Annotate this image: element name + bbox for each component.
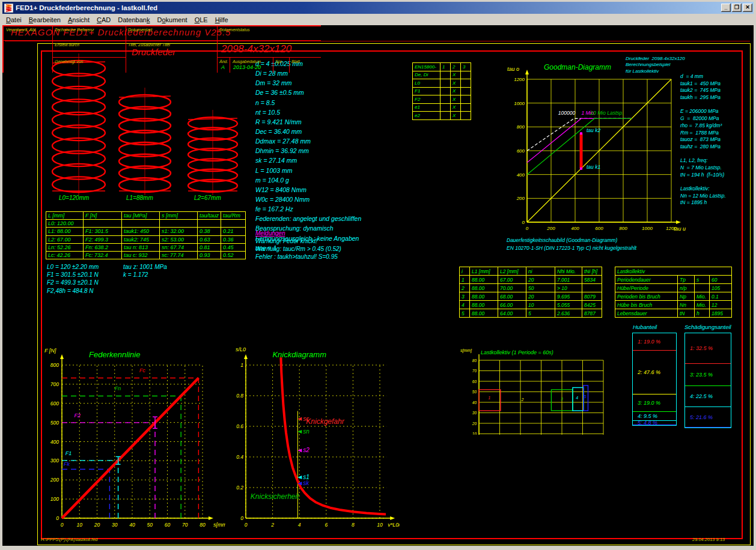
text-line: Di = 28 mm bbox=[255, 68, 361, 78]
svg-text:100: 100 bbox=[50, 496, 59, 502]
menu-item-datenbank[interactable]: Datenbank bbox=[114, 15, 153, 25]
text-line: d = 4 ±0.025 mm bbox=[255, 59, 361, 68]
svg-text:0: 0 bbox=[56, 515, 59, 521]
menu-item-dokument[interactable]: Dokument bbox=[153, 15, 191, 25]
svg-text:400: 400 bbox=[50, 439, 59, 445]
menu-item-cad[interactable]: CAD bbox=[93, 15, 114, 25]
svg-text:4: 4 bbox=[576, 396, 578, 400]
text-line: nt = 10.5 bbox=[255, 107, 361, 117]
table-cell: L1: 88.00 bbox=[46, 228, 84, 235]
text-line: Fehler : taukh>tauhzul! S=0.95 bbox=[255, 253, 341, 261]
tbl-label-verantwortl: Verantwortl. Abt. bbox=[6, 28, 37, 32]
svg-text:10: 10 bbox=[472, 432, 477, 435]
table-row: e2X bbox=[413, 112, 471, 120]
menu-item-bearbeiten[interactable]: Bearbeiten bbox=[25, 15, 64, 25]
en15800-table: EN15800-123De, DiXL0XF1XF2Xe1Xe2X bbox=[412, 62, 471, 120]
table-cell: 88.00 bbox=[470, 309, 498, 318]
table-cell bbox=[84, 220, 122, 228]
table-row: Hübe/Perioden/p105 bbox=[615, 284, 732, 292]
revision-value: A bbox=[221, 64, 225, 70]
svg-text:v*L0/D: v*L0/D bbox=[388, 522, 400, 528]
tbl-label-aend: Änd. bbox=[219, 59, 228, 64]
table-cell: 0.36 bbox=[221, 235, 246, 243]
svg-text:400: 400 bbox=[517, 172, 525, 178]
svg-text:Goodman-Diagramm: Goodman-Diagramm bbox=[544, 63, 611, 71]
svg-text:3: 3 bbox=[561, 397, 563, 401]
maximize-button[interactable]: ❐ bbox=[732, 4, 742, 12]
svg-text:60: 60 bbox=[165, 522, 171, 528]
percent-label: 4: 9.5 % bbox=[638, 413, 657, 419]
text-line: EN 10270-1-SH (DIN 17223-1 Typ C) nicht … bbox=[507, 244, 636, 252]
minimize-button[interactable]: _ bbox=[721, 4, 731, 12]
table-cell: 1 bbox=[460, 276, 470, 284]
table-cell bbox=[122, 220, 160, 228]
svg-text:70: 70 bbox=[472, 369, 477, 373]
menu-item-datei[interactable]: Datei bbox=[2, 15, 25, 25]
buckling-diagram-chart: 024681000.20.40.60.81s/L0v*L0/DKnickdiag… bbox=[234, 344, 400, 542]
table-cell: tau [MPa] bbox=[122, 212, 160, 220]
svg-text:s1: s1 bbox=[303, 474, 309, 480]
table-row: L [mm]F [N]tau [MPa]s [mm]tau/tauztau/Rm bbox=[46, 212, 246, 220]
table-cell: tau/tauz bbox=[198, 212, 221, 220]
table-cell: 12 bbox=[710, 301, 732, 309]
table-cell: 20 bbox=[526, 292, 555, 301]
table-cell: tau c: 932 bbox=[122, 251, 160, 259]
svg-text:1000: 1000 bbox=[642, 226, 653, 231]
table-cell bbox=[461, 112, 471, 120]
table-cell: F [N] bbox=[84, 212, 122, 220]
table-cell: 88.00 bbox=[470, 301, 498, 309]
table-row: L0: 120.00 bbox=[46, 220, 246, 228]
table-cell: 67.00 bbox=[498, 276, 526, 284]
menu-item-ansicht[interactable]: Ansicht bbox=[64, 15, 93, 25]
spring-characteristic-chart: 0102030405060708001002003004005006007008… bbox=[42, 344, 225, 542]
svg-text:200: 200 bbox=[546, 226, 555, 231]
table-cell: 5 bbox=[460, 309, 470, 318]
table-cell: tauk2: 745 bbox=[122, 235, 160, 243]
table-cell: F1: 301.5 bbox=[84, 228, 122, 235]
messages-title: Meldungen bbox=[255, 230, 285, 237]
svg-text:8: 8 bbox=[352, 522, 355, 528]
table-cell bbox=[198, 220, 221, 228]
svg-text:Federkennlinie: Federkennlinie bbox=[89, 350, 140, 359]
table-row: De, DiX bbox=[413, 71, 471, 79]
table-cell: 88.00 bbox=[470, 284, 498, 292]
table-cell: s2: 53.00 bbox=[160, 235, 198, 243]
table-cell: Tp bbox=[678, 276, 695, 284]
svg-text:1: 1 bbox=[240, 362, 243, 368]
header-divider bbox=[5, 41, 750, 41]
table-cell: 0.52 bbox=[221, 251, 246, 259]
text-line: fe = 167.2 Hz bbox=[255, 204, 361, 214]
table-cell: > 10 bbox=[555, 284, 582, 292]
svg-text:0: 0 bbox=[61, 522, 64, 528]
title-bar[interactable]: FED1+ Druckfederberechnung - lastkoll.fe… bbox=[2, 2, 754, 14]
percent-segment: 1: 19.0 % bbox=[633, 333, 676, 351]
svg-text:2: 2 bbox=[520, 397, 523, 402]
menu-item-hilfe[interactable]: Hilfe bbox=[212, 15, 232, 25]
svg-text:600: 600 bbox=[50, 400, 59, 406]
svg-text:30: 30 bbox=[472, 411, 477, 415]
table-cell bbox=[582, 284, 602, 292]
table-cell bbox=[461, 71, 471, 79]
svg-text:400: 400 bbox=[571, 226, 579, 231]
text-line: Dec = 36.40 mm bbox=[255, 127, 361, 136]
text-line: L = 1003 mm bbox=[255, 166, 361, 175]
table-cell: 10 bbox=[526, 301, 555, 309]
tbl-label-ausgabedatum: Ausgabedatum bbox=[233, 59, 261, 64]
table-row: L1: 88.00F1: 301.5tauk1: 450s1: 32.000.3… bbox=[46, 228, 246, 235]
table-cell: ni bbox=[526, 267, 555, 276]
table-cell: n/p bbox=[678, 284, 695, 292]
close-button[interactable]: ✕ bbox=[743, 4, 752, 12]
svg-text:600: 600 bbox=[595, 226, 603, 231]
svg-text:60: 60 bbox=[472, 379, 477, 384]
svg-text:50: 50 bbox=[472, 390, 477, 394]
text-line: Dm = 32 mm bbox=[255, 78, 361, 88]
table-cell bbox=[221, 220, 246, 228]
schaedigungsanteil-panel: 1: 32.5 %3: 23.5 %4: 22.5 %5: 21.6 % bbox=[684, 333, 731, 428]
text-line: R = 9.421 N/mm bbox=[255, 117, 361, 127]
load-periods-table: iL1 [mm]L2 [mm]niNhi Mio.tNi [h]188.0067… bbox=[459, 267, 602, 318]
menu-item-ole[interactable]: OLE bbox=[191, 15, 212, 25]
schaedigungsanteil-title: Schädigungsanteil bbox=[684, 324, 731, 330]
svg-text:0: 0 bbox=[245, 522, 248, 528]
svg-text:50: 50 bbox=[147, 522, 153, 528]
svg-text:600: 600 bbox=[517, 148, 525, 154]
